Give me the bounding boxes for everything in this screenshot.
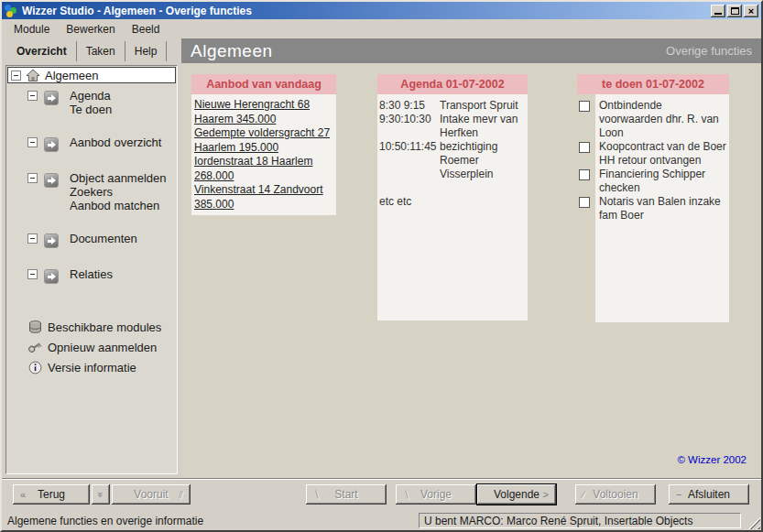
tab-help[interactable]: Help — [125, 41, 168, 61]
copyright-link[interactable]: © Wizzer 2002 — [677, 454, 747, 465]
app-window: Wizzer Studio - Algemeen - Overige funct… — [0, 0, 763, 532]
voltooien-button[interactable]: ∕ Voltooien — [575, 484, 656, 505]
listing-link[interactable]: Vinkenstraat 14 Zandvoort 385.000 — [194, 183, 333, 212]
sidebar-item-beschikbare-modules[interactable]: Beschikbare modules — [27, 317, 176, 337]
arrow-icon[interactable] — [44, 91, 59, 105]
expand-toggle[interactable] — [27, 233, 38, 244]
afsluiten-button[interactable]: − Afsluiten — [669, 484, 749, 505]
key-icon — [27, 340, 42, 354]
resize-grip[interactable] — [748, 517, 760, 529]
arrow-icon[interactable] — [44, 233, 59, 248]
panel-agenda: Agenda 01-07-2002 8:30 9:15 Transport Sp… — [377, 74, 528, 320]
util-label: Versie informatie — [48, 361, 136, 375]
agenda-time: 10:50:11:45 — [379, 140, 440, 181]
navigation-tree: Algemeen Agenda Te doen — [5, 65, 178, 474]
expand-toggle[interactable] — [27, 91, 38, 101]
agenda-item: 9:30:10:30 Intake mevr van Herfken — [379, 113, 526, 140]
tree-group-agenda: Agenda Te doen — [27, 89, 176, 116]
agenda-time: 9:30:10:30 — [379, 113, 440, 140]
panel-title: Aanbod van vandaag — [191, 74, 336, 94]
todo-checkbox[interactable] — [579, 169, 590, 180]
home-icon — [26, 69, 40, 82]
page-header: Algemeen Overige functies — [181, 38, 761, 63]
chevron-down-icon: » — [95, 492, 106, 497]
menu-bewerken[interactable]: Bewerken — [58, 21, 123, 38]
maximize-button[interactable] — [727, 5, 742, 17]
close-icon: × — [748, 6, 754, 16]
todo-label: Financiering Schipper checken — [599, 168, 705, 194]
nav-down-button[interactable]: » — [92, 484, 110, 505]
tree-root-label: Algemeen — [45, 69, 99, 82]
minimize-button[interactable] — [711, 5, 725, 17]
tree-group-aanbod: Aanbod overzicht — [27, 136, 176, 152]
status-message: Algemene functies en overige informatie — [2, 515, 413, 527]
panel-title: Agenda 01-07-2002 — [377, 74, 528, 94]
user-status-field: U bent MARCO: Marco René Spruit, Inserta… — [419, 513, 741, 528]
tree-group-documenten: Documenten — [27, 232, 176, 248]
todo-label: Notaris van Balen inzake fam Boer — [599, 195, 721, 222]
listing-link[interactable]: Gedempte voldersgracht 27 Haarlem 195.00… — [194, 126, 333, 155]
todo-item: Financiering Schipper checken — [599, 168, 727, 195]
agenda-desc: Transport Spruit — [440, 99, 526, 113]
expand-toggle[interactable] — [27, 137, 38, 147]
status-bar: Algemene functies en overige informatie … — [2, 511, 761, 530]
tab-strip: Overzicht Taken Help — [2, 38, 181, 63]
previous-icon: ∖ — [403, 489, 409, 501]
expand-toggle[interactable] — [27, 173, 38, 183]
tab-overzicht[interactable]: Overzicht — [7, 41, 77, 61]
sidebar-item-object-aanmelden[interactable]: Object aanmelden — [70, 171, 167, 185]
panel-aanbod-van-vandaag: Aanbod van vandaag Nieuwe Herengracht 68… — [191, 74, 336, 215]
arrow-icon[interactable] — [44, 173, 59, 188]
next-icon: > — [543, 489, 549, 500]
app-icon — [5, 4, 18, 17]
page-title: Algemeen — [191, 41, 273, 61]
tab-taken[interactable]: Taken — [77, 41, 125, 61]
agenda-desc: Intake mevr van Herfken — [440, 113, 526, 140]
todo-label: Ontbindende voorwaarden dhr. R. van Loon — [599, 99, 719, 139]
tree-group-object: Object aanmelden Zoekers Aanbod matchen — [27, 171, 176, 212]
terug-button[interactable]: « Terug — [13, 484, 90, 505]
sidebar-item-opnieuw-aanmelden[interactable]: Opnieuw aanmelden — [27, 337, 176, 357]
expand-toggle[interactable] — [27, 269, 38, 279]
sidebar-item-te-doen[interactable]: Te doen — [70, 103, 112, 116]
menu-beeld[interactable]: Beeld — [124, 21, 169, 38]
sidebar-item-relaties[interactable]: Relaties — [70, 267, 113, 281]
forward-icon: ⫽ — [179, 489, 183, 501]
vooruit-button[interactable]: Vooruit ⫽ — [112, 484, 191, 505]
vorige-button[interactable]: ∖ Vorige — [396, 484, 476, 505]
todo-label: Koopcontract van de Boer HH retour ontva… — [599, 140, 726, 167]
arrow-icon[interactable] — [44, 269, 59, 284]
close-button[interactable]: × — [744, 5, 758, 17]
arrow-icon[interactable] — [44, 137, 59, 152]
menu-bar: Module Bewerken Beeld — [2, 19, 761, 38]
listing-link[interactable]: Iordenstraat 18 Haarlem 268.000 — [194, 155, 333, 183]
panel-title: te doen 01-07-2002 — [577, 74, 729, 94]
util-label: Opnieuw aanmelden — [48, 341, 157, 354]
todo-item: Notaris van Balen inzake fam Boer — [599, 195, 727, 223]
util-label: Beschikbare modules — [48, 320, 161, 334]
todo-checkbox[interactable] — [579, 197, 590, 208]
agenda-time: 8:30 9:15 — [379, 99, 440, 113]
panel-te-doen: te doen 01-07-2002 Ontbindende voorwaard… — [577, 74, 729, 322]
sidebar-item-agenda[interactable]: Agenda — [70, 89, 112, 103]
info-icon — [27, 360, 42, 375]
content-area: Aanbod van vandaag Nieuwe Herengracht 68… — [181, 63, 761, 478]
menu-module[interactable]: Module — [5, 21, 58, 38]
sidebar-item-aanbod-matchen[interactable]: Aanbod matchen — [70, 199, 167, 212]
sidebar-item-versie-informatie[interactable]: Versie informatie — [27, 357, 176, 377]
title-bar: Wizzer Studio - Algemeen - Overige funct… — [2, 2, 761, 19]
todo-item: Koopcontract van de Boer HH retour ontva… — [599, 140, 727, 168]
sidebar-item-documenten[interactable]: Documenten — [70, 232, 137, 245]
sidebar-item-zoekers[interactable]: Zoekers — [70, 185, 167, 199]
todo-checkbox[interactable] — [579, 101, 590, 112]
volgende-button[interactable]: Volgende > — [476, 483, 557, 505]
start-button[interactable]: ∖ Start — [306, 484, 387, 505]
tree-item-algemeen[interactable]: Algemeen — [7, 67, 176, 83]
listing-link[interactable]: Nieuwe Herengracht 68 Haarem 345.000 — [194, 98, 333, 126]
page-subtitle: Overige functies — [666, 44, 752, 58]
tree-group-relaties: Relaties — [27, 267, 176, 284]
todo-checkbox[interactable] — [579, 142, 590, 153]
expand-toggle[interactable] — [11, 71, 21, 81]
back-icon: « — [20, 489, 26, 500]
sidebar-item-aanbod-overzicht[interactable]: Aanbod overzicht — [70, 136, 161, 149]
